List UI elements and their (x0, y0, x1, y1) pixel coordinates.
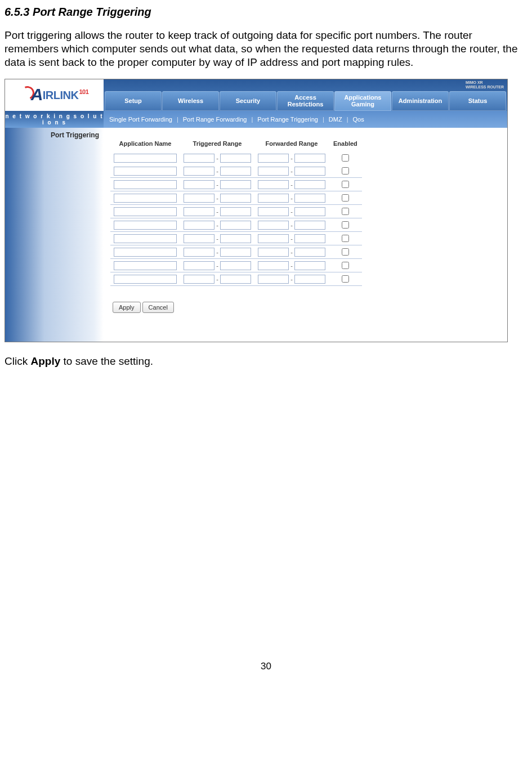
triggered-range-end-input[interactable] (220, 221, 251, 230)
forwarded-range-end-input[interactable] (294, 261, 325, 270)
triggered-range-end-input[interactable] (220, 261, 251, 270)
forwarded-range-start-input[interactable] (258, 221, 289, 230)
application-name-input[interactable] (114, 234, 177, 243)
triggered-range-end-input[interactable] (220, 167, 251, 176)
range-dash: - (289, 155, 294, 162)
tab-wireless[interactable]: Wireless (162, 91, 219, 111)
enabled-checkbox[interactable] (342, 235, 349, 242)
range-dash: - (214, 195, 220, 202)
enabled-checkbox[interactable] (342, 275, 349, 283)
application-name-input[interactable] (114, 221, 177, 230)
forwarded-range-end-input[interactable] (294, 154, 325, 163)
tab-status[interactable]: Status (449, 91, 506, 111)
triggered-range-start-input[interactable] (184, 194, 214, 203)
subnav-item-dmz[interactable]: DMZ (329, 116, 342, 123)
triggered-range-start-input[interactable] (184, 180, 214, 189)
logo-text-rest: IRLINK (43, 89, 79, 102)
enabled-checkbox[interactable] (342, 221, 349, 229)
tab-administration[interactable]: Administration (392, 91, 449, 111)
triggered-range-end-input[interactable] (220, 234, 251, 243)
triggered-range-end-input[interactable] (220, 248, 251, 257)
enabled-checkbox[interactable] (342, 181, 349, 188)
triggered-range-start-input[interactable] (184, 275, 214, 284)
forwarded-range-end-input[interactable] (294, 194, 325, 203)
logo-letter-a: A (31, 85, 43, 104)
triggered-range-start-input[interactable] (184, 167, 214, 176)
tab-applications-gaming[interactable]: Applications Gaming (334, 91, 391, 111)
forwarded-range-end-input[interactable] (294, 275, 325, 284)
cancel-button[interactable]: Cancel (142, 302, 174, 313)
forwarded-range-end-input[interactable] (294, 221, 325, 230)
table-row: -- (110, 259, 362, 272)
triggered-range-start-input[interactable] (184, 221, 214, 230)
range-dash: - (214, 208, 220, 215)
tab-access-restrictions[interactable]: Access Restrictions (277, 91, 334, 111)
range-dash: - (289, 235, 294, 242)
forwarded-range-start-input[interactable] (258, 248, 289, 257)
apply-button[interactable]: Apply (113, 302, 141, 313)
subnav: Single Port Forwarding|Port Range Forwar… (104, 111, 507, 128)
subnav-item-qos[interactable]: Qos (353, 116, 364, 123)
enabled-checkbox[interactable] (342, 154, 349, 162)
forwarded-range-start-input[interactable] (258, 194, 289, 203)
triggered-range-start-input[interactable] (184, 154, 214, 163)
page-number: 30 (5, 661, 527, 672)
side-gradient-panel: Port Triggering (5, 128, 104, 342)
table-row: -- (110, 272, 362, 286)
col-header-fwd: Forwarded Range (254, 138, 329, 151)
forwarded-range-end-input[interactable] (294, 167, 325, 176)
application-name-input[interactable] (114, 248, 177, 257)
triggered-range-start-input[interactable] (184, 207, 214, 216)
enabled-checkbox[interactable] (342, 167, 349, 175)
forwarded-range-end-input[interactable] (294, 248, 325, 257)
range-dash: - (214, 168, 220, 175)
range-dash: - (289, 222, 294, 229)
range-dash: - (214, 181, 220, 188)
triggered-range-end-input[interactable] (220, 194, 251, 203)
triggered-range-end-input[interactable] (220, 154, 251, 163)
triggered-range-start-input[interactable] (184, 248, 214, 257)
application-name-input[interactable] (114, 167, 177, 176)
tab-setup[interactable]: Setup (105, 91, 162, 111)
router-ui-screenshot: AIRLINK101 MIMO XRWIRELESS ROUTER SetupW… (5, 79, 508, 342)
subnav-item-single-port-forwarding[interactable]: Single Port Forwarding (109, 116, 172, 123)
logo-subscript: 101 (79, 88, 88, 95)
application-name-input[interactable] (114, 180, 177, 189)
tab-security[interactable]: Security (220, 91, 276, 111)
forwarded-range-start-input[interactable] (258, 234, 289, 243)
triggered-range-end-input[interactable] (220, 275, 251, 284)
application-name-input[interactable] (114, 207, 177, 216)
triggered-range-end-input[interactable] (220, 180, 251, 189)
range-dash: - (289, 181, 294, 188)
enabled-checkbox[interactable] (342, 208, 349, 215)
subnav-separator: | (177, 116, 178, 123)
subnav-item-port-range-triggering[interactable]: Port Range Triggering (257, 116, 318, 123)
range-dash: - (289, 208, 294, 215)
forwarded-range-end-input[interactable] (294, 180, 325, 189)
application-name-input[interactable] (114, 275, 177, 284)
forwarded-range-start-input[interactable] (258, 167, 289, 176)
forwarded-range-start-input[interactable] (258, 261, 289, 270)
subnav-separator: | (323, 116, 324, 123)
enabled-checkbox[interactable] (342, 194, 349, 202)
enabled-checkbox[interactable] (342, 248, 349, 256)
range-dash: - (289, 262, 294, 269)
forwarded-range-start-input[interactable] (258, 275, 289, 284)
forwarded-range-end-input[interactable] (294, 234, 325, 243)
apply-instruction: Click Apply to save the setting. (5, 355, 527, 368)
logo-area: AIRLINK101 (5, 79, 104, 111)
application-name-input[interactable] (114, 194, 177, 203)
forwarded-range-start-input[interactable] (258, 207, 289, 216)
triggered-range-start-input[interactable] (184, 261, 214, 270)
forwarded-range-end-input[interactable] (294, 207, 325, 216)
forwarded-range-start-input[interactable] (258, 180, 289, 189)
side-panel-title: Port Triggering (51, 131, 99, 139)
col-header-enabled: Enabled (329, 138, 362, 151)
application-name-input[interactable] (114, 261, 177, 270)
forwarded-range-start-input[interactable] (258, 154, 289, 163)
triggered-range-start-input[interactable] (184, 234, 214, 243)
subnav-item-port-range-forwarding[interactable]: Port Range Forwarding (183, 116, 247, 123)
triggered-range-end-input[interactable] (220, 207, 251, 216)
enabled-checkbox[interactable] (342, 262, 349, 269)
application-name-input[interactable] (114, 154, 177, 163)
